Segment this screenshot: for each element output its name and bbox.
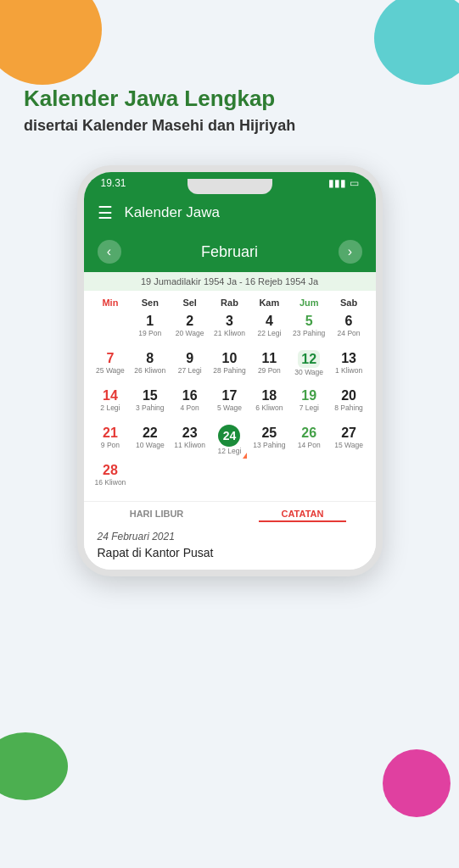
- table-row[interactable]: 2816 Kliwon: [91, 460, 131, 498]
- signal-icon: ▮▮▮: [328, 177, 346, 189]
- table-row[interactable]: 2412 Legi: [210, 423, 249, 460]
- table-row[interactable]: 2715 Wage: [329, 423, 369, 460]
- triangle-marker: [243, 453, 247, 459]
- table-row[interactable]: 153 Pahing: [130, 386, 170, 423]
- table-row[interactable]: 186 Kliwon: [249, 386, 289, 423]
- calendar-grid: Min Sen Sel Rab Kam Jum Sab 119 Pon220 W…: [84, 291, 376, 501]
- table-row[interactable]: 119 Pon: [130, 311, 170, 348]
- header-line1-bold: Jawa Lengkap: [125, 86, 276, 111]
- app-bar-title: Kalender Jawa: [125, 204, 220, 221]
- table-row[interactable]: 2311 Kliwon: [170, 423, 210, 460]
- table-row[interactable]: 422 Legi: [249, 311, 289, 348]
- calendar-week-5: 2816 Kliwon: [91, 460, 369, 498]
- calendar-week-3: 142 Legi153 Pahing164 Pon175 Wage186 Kli…: [91, 386, 369, 423]
- table-row[interactable]: 624 Pon: [329, 311, 369, 348]
- table-row[interactable]: 1129 Pon: [249, 348, 289, 386]
- hamburger-icon[interactable]: ☰: [98, 203, 113, 223]
- table-row[interactable]: 1230 Wage: [289, 348, 329, 386]
- table-row[interactable]: 131 Kliwon: [329, 348, 369, 386]
- table-row[interactable]: 321 Kliwon: [210, 311, 249, 348]
- calendar-week-2: 725 Wage826 Kliwon927 Legi1028 Pahing112…: [91, 348, 369, 386]
- prev-month-button[interactable]: ‹: [98, 240, 121, 264]
- table-row[interactable]: 208 Pahing: [329, 386, 369, 423]
- phone-notch: [188, 179, 272, 194]
- status-time: 19.31: [101, 177, 126, 189]
- blob-teal: [374, 0, 459, 85]
- next-month-button[interactable]: ›: [339, 240, 362, 264]
- day-header-sel: Sel: [170, 296, 210, 309]
- header-text: Kalender Jawa Lengkap disertai Kalender …: [24, 85, 435, 135]
- hijri-subtitle: 19 Jumadilakir 1954 Ja - 16 Rejeb 1954 J…: [84, 272, 376, 291]
- day-header-sen: Sen: [130, 296, 170, 309]
- table-row: [91, 311, 131, 348]
- table-row: [329, 460, 369, 498]
- calendar-header: ‹ Februari ›: [84, 231, 376, 272]
- note-date: 24 Februari 2021: [98, 531, 362, 542]
- header-line1-normal: Kalender: [24, 86, 125, 111]
- day-header-rab: Rab: [210, 296, 249, 309]
- table-row[interactable]: 164 Pon: [170, 386, 210, 423]
- table-row[interactable]: 220 Wage: [170, 311, 210, 348]
- calendar-weeks: 119 Pon220 Wage321 Kliwon422 Legi523 Pah…: [91, 311, 369, 498]
- header-line2-normal2: dan: [204, 117, 239, 134]
- header-line2-bold1: Masehi: [152, 117, 204, 134]
- status-icons: ▮▮▮ ▭: [328, 177, 359, 189]
- table-row: [130, 460, 170, 498]
- month-title: Februari: [201, 243, 258, 261]
- table-row: [170, 460, 210, 498]
- blob-pink: [383, 749, 451, 817]
- table-row[interactable]: 2210 Wage: [130, 423, 170, 460]
- table-row: [289, 460, 329, 498]
- day-headers: Min Sen Sel Rab Kam Jum Sab: [91, 291, 369, 309]
- table-row[interactable]: 927 Legi: [170, 348, 210, 386]
- day-header-sun: Min: [91, 296, 131, 309]
- battery-icon: ▭: [350, 177, 359, 189]
- table-row[interactable]: 1028 Pahing: [210, 348, 249, 386]
- note-text: Rapat di Kantor Pusat: [98, 546, 362, 559]
- header-line2-bold2: Hijriyah: [239, 117, 295, 134]
- table-row[interactable]: 523 Pahing: [289, 311, 329, 348]
- phone-mockup: 19.31 ▮▮▮ ▭ ☰ Kalender Jawa ‹ Februari ›…: [77, 165, 383, 576]
- calendar-week-1: 119 Pon220 Wage321 Kliwon422 Legi523 Pah…: [91, 311, 369, 348]
- tab-catatan[interactable]: CATATAN: [230, 502, 376, 522]
- calendar-week-4: 219 Pon2210 Wage2311 Kliwon2412 Legi2513…: [91, 423, 369, 460]
- day-header-jum: Jum: [289, 296, 329, 309]
- table-row[interactable]: 219 Pon: [91, 423, 131, 460]
- table-row[interactable]: 826 Kliwon: [130, 348, 170, 386]
- table-row[interactable]: 725 Wage: [91, 348, 131, 386]
- bottom-tabs: HARI LIBUR CATATAN: [84, 501, 376, 522]
- day-header-kam: Kam: [249, 296, 289, 309]
- table-row[interactable]: 2614 Pon: [289, 423, 329, 460]
- table-row[interactable]: 2513 Pahing: [249, 423, 289, 460]
- note-section: 24 Februari 2021 Rapat di Kantor Pusat: [84, 522, 376, 570]
- table-row[interactable]: 197 Legi: [289, 386, 329, 423]
- blob-orange: [0, 0, 102, 85]
- table-row[interactable]: 142 Legi: [91, 386, 131, 423]
- table-row[interactable]: 175 Wage: [210, 386, 249, 423]
- day-header-sab: Sab: [329, 296, 369, 309]
- blob-green: [0, 732, 68, 800]
- table-row: [249, 460, 289, 498]
- tab-hari-libur[interactable]: HARI LIBUR: [84, 502, 230, 522]
- header-line2-normal: disertai Kalender: [24, 117, 152, 134]
- table-row: [210, 460, 249, 498]
- app-bar: ☰ Kalender Jawa: [84, 194, 376, 231]
